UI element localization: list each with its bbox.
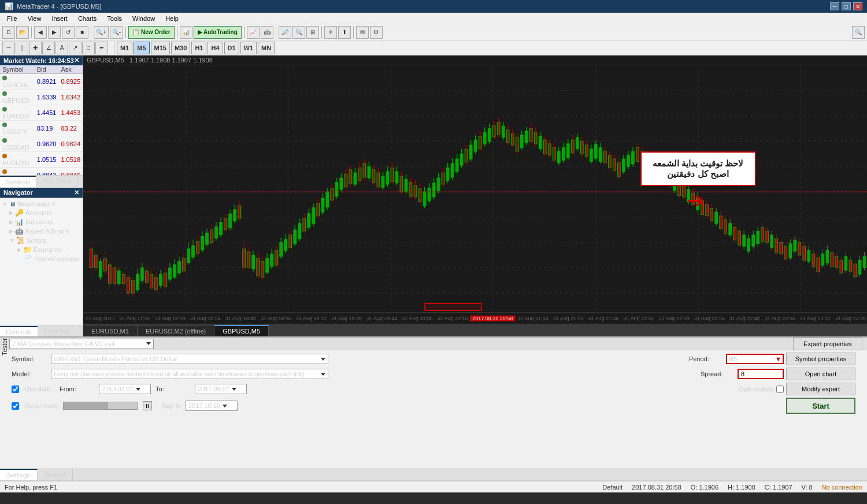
expert-properties-btn[interactable]: Expert properties [793, 338, 862, 350]
period-select-value: M5 [728, 355, 737, 362]
window-controls[interactable]: ─ □ ✕ [830, 2, 862, 10]
minimize-btn[interactable]: ─ [830, 2, 839, 10]
arrow-tool[interactable]: ↗ [69, 42, 81, 54]
navigator-close[interactable]: ✕ [74, 189, 79, 197]
symbol-select[interactable]: GBPUSD, Great Britain Pound vs US Dollar [51, 354, 328, 364]
zoom-in-btn[interactable]: 🔍+ [94, 26, 109, 39]
hline-tool[interactable]: | [16, 42, 28, 54]
modify-expert-btn[interactable]: Modify expert [786, 383, 855, 395]
zoom-chart-out[interactable]: 🔍 [292, 26, 305, 39]
email-btn[interactable]: ✉ [356, 26, 369, 39]
menu-help[interactable]: Help [161, 13, 183, 24]
nav-item-scripts[interactable]: ▼ 📜 Scripts [1, 236, 81, 245]
market-watch-table-container: Symbol Bid Ask USDCHF 0.8921 0.8925 GBPU… [0, 65, 83, 175]
period-select-arrow[interactable]: ▼ [775, 355, 781, 362]
chart-type-btn[interactable]: 📊 [180, 26, 192, 39]
market-watch-row[interactable]: EURUSD 1.4451 1.4453 [0, 105, 83, 121]
period-h1[interactable]: H1 [191, 42, 206, 54]
open-chart-btn[interactable]: Open chart [786, 368, 855, 380]
period-m1[interactable]: M1 [117, 42, 132, 54]
arrow-btn[interactable]: ⬆ [338, 26, 351, 39]
ea-dropdown-value: 2 MA Crosses Mega filter EA V1.ex4 [12, 340, 114, 347]
tab-tick-chart[interactable]: Tick Chart [36, 176, 77, 187]
period-w1[interactable]: W1 [240, 42, 257, 54]
nav-item-experts[interactable]: ▶ 🤖 Expert Advisors [1, 227, 81, 236]
nav-tab-favorites[interactable]: Favorites [38, 326, 75, 336]
menu-charts[interactable]: Charts [73, 13, 101, 24]
period-select[interactable]: M5 ▼ [726, 354, 784, 364]
indicator-btn[interactable]: 📈 [247, 26, 260, 39]
start-btn[interactable]: Start [786, 398, 855, 414]
market-watch-row[interactable]: GBPUSD 1.6339 1.6342 [0, 90, 83, 105]
nav-item-accounts[interactable]: ▶ 🔑 Accounts [1, 208, 81, 217]
zoom-out-btn[interactable]: 🔍- [110, 26, 123, 39]
nav-root[interactable]: ▼ 🖥 MetaTrader 4 [1, 200, 81, 208]
period-m5[interactable]: M5 [134, 42, 149, 54]
new-order-btn[interactable]: 📋 New Order [128, 26, 174, 39]
ea-dropdown[interactable]: 2 MA Crosses Mega filter EA V1.ex4 [9, 339, 154, 349]
crosshair-btn[interactable]: ✛ [324, 26, 337, 39]
menu-file[interactable]: File [2, 13, 22, 24]
zoom-chart-in[interactable]: 🔎 [279, 26, 291, 39]
mw-bid: 1.0515 [35, 152, 59, 168]
refresh-btn[interactable]: ↺ [62, 26, 75, 39]
cross-tool[interactable]: ✚ [29, 42, 42, 54]
market-watch-row[interactable]: AUDUSD 1.0515 1.0518 [0, 152, 83, 168]
rect-tool[interactable]: □ [82, 42, 95, 54]
menu-tools[interactable]: Tools [102, 13, 127, 24]
speed-slider[interactable] [63, 402, 138, 410]
menu-insert[interactable]: Insert [47, 13, 72, 24]
skip-to-date[interactable]: 2017.10.10 [186, 401, 238, 411]
market-watch-row[interactable]: USDCHF 0.8921 0.8925 [0, 74, 83, 90]
pause-btn[interactable]: ⏸ [143, 401, 152, 410]
chart-tab-gbpusd-m5[interactable]: GBPUSD,M5 [214, 325, 269, 336]
period-mn1[interactable]: MN [258, 42, 275, 54]
symbol-properties-btn[interactable]: Symbol properties [786, 353, 855, 365]
search-btn[interactable]: 🔍 [852, 26, 865, 39]
open-btn[interactable]: 📂 [16, 26, 29, 39]
market-watch-row[interactable]: USDCAD 0.9620 0.9624 [0, 136, 83, 152]
pen-tool[interactable]: ✒ [95, 42, 108, 54]
spread-input[interactable] [738, 369, 784, 379]
chart-tab-eurusd-m1[interactable]: EURUSD,M1 [83, 325, 138, 336]
close-btn[interactable]: ✕ [853, 2, 862, 10]
mw-bid: 0.8843 [35, 168, 59, 176]
model-select[interactable]: Every tick (the most precise method base… [51, 369, 328, 379]
options-btn[interactable]: ⚙ [370, 26, 383, 39]
tab-symbols[interactable]: Symbols [0, 176, 36, 187]
period-d1[interactable]: D1 [224, 42, 239, 54]
chart-tab-eurusd-m2[interactable]: EURUSD,M2 (offline) [138, 325, 214, 336]
nav-item-indicators[interactable]: ▶ 📊 Indicators [1, 217, 81, 227]
nav-item-period-converter[interactable]: 📄 PeriodConverter [1, 254, 81, 263]
auto-trading-btn[interactable]: ▶ AutoTrading [194, 26, 242, 39]
grid-btn[interactable]: ⊞ [306, 26, 319, 39]
expert-btn[interactable]: 🤖 [261, 26, 273, 39]
period-label: Period: [689, 355, 724, 362]
mw-symbol: EURGBP [0, 168, 35, 176]
period-m15[interactable]: M15 [151, 42, 170, 54]
from-date[interactable]: 2013.01.01 [99, 384, 151, 394]
line-tool[interactable]: ─ [2, 42, 15, 54]
tester-tab-settings[interactable]: Settings [0, 469, 38, 480]
angle-tool[interactable]: ∠ [42, 42, 55, 54]
period-h4[interactable]: H4 [208, 42, 223, 54]
market-watch-row[interactable]: USDJPY 83.19 83.22 [0, 121, 83, 136]
maximize-btn[interactable]: □ [842, 2, 851, 10]
optimization-checkbox[interactable] [776, 386, 784, 393]
visual-mode-checkbox[interactable] [12, 402, 19, 410]
text-tool[interactable]: A [55, 42, 68, 54]
menu-view[interactable]: View [23, 13, 46, 24]
market-watch-close[interactable]: ✕ [74, 57, 79, 64]
menu-window[interactable]: Window [128, 13, 160, 24]
new-btn[interactable]: 🗋 [2, 26, 15, 39]
chart-canvas[interactable]: لاحظ توقيت بداية الشمعه اصبح كل دفيقتين … [83, 65, 867, 312]
tester-tab-journal[interactable]: Journal [38, 469, 73, 480]
use-date-checkbox[interactable] [12, 386, 19, 393]
forward-btn[interactable]: ▶ [48, 26, 61, 39]
market-watch-row[interactable]: EURGBP 0.8843 0.8846 [0, 168, 83, 176]
to-date[interactable]: 2017.09.01 [195, 384, 247, 394]
period-m30[interactable]: M30 [171, 42, 190, 54]
stop-btn[interactable]: ■ [76, 26, 88, 39]
nav-item-examples[interactable]: ▶ 📁 Examples [1, 245, 81, 254]
back-btn[interactable]: ◀ [34, 26, 47, 39]
